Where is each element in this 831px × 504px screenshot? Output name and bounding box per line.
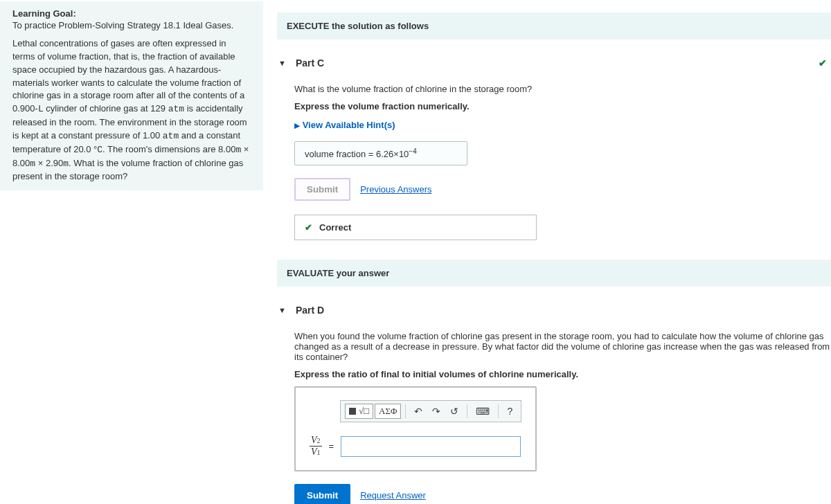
execute-header: EXECUTE the solution as follows — [277, 12, 831, 39]
redo-icon[interactable]: ↷ — [428, 404, 445, 419]
part-c-header[interactable]: ▼ Part C ✔ — [277, 52, 831, 74]
undo-icon[interactable]: ↶ — [410, 404, 427, 419]
part-d-question: When you found the volume fraction of ch… — [294, 331, 831, 362]
part-d-header[interactable]: ▼ Part D — [277, 299, 831, 321]
caret-down-icon: ▼ — [278, 59, 286, 67]
part-c-question: What is the volume fraction of chlorine … — [294, 84, 831, 94]
answer-exponent: −4 — [409, 147, 416, 155]
previous-answers-link[interactable]: Previous Answers — [360, 184, 431, 195]
request-answer-link[interactable]: Request Answer — [360, 490, 426, 501]
answer-input-panel: √□ ΑΣΦ ↶ ↷ ↺ ⌨ ? V2 V1 — [294, 386, 537, 471]
caret-down-icon: ▼ — [278, 306, 286, 314]
greek-button[interactable]: ΑΣΦ — [375, 404, 401, 419]
answer-input[interactable] — [341, 436, 521, 457]
part-d-instruction: Express the ratio of final to initial vo… — [294, 369, 831, 379]
answer-value: 6.26×10 — [376, 149, 409, 159]
part-d-label: Part D — [296, 305, 324, 316]
reset-icon[interactable]: ↺ — [446, 404, 463, 419]
learning-goal-title: Learning Goal: — [12, 8, 251, 19]
answer-display-box: volume fraction = 6.26×10−4 — [294, 141, 467, 165]
check-icon: ✔ — [819, 57, 827, 69]
feedback-text: Correct — [319, 222, 351, 233]
submit-button[interactable]: Submit — [294, 484, 350, 504]
part-c-label: Part C — [296, 57, 324, 69]
learning-goal-subtitle: To practice Problem-Solving Strategy 18.… — [12, 20, 251, 30]
help-icon[interactable]: ? — [503, 404, 517, 419]
equation-toolbar: √□ ΑΣΦ ↶ ↷ ↺ ⌨ ? — [340, 400, 521, 422]
main-content: EXECUTE the solution as follows ▼ Part C… — [265, 0, 831, 504]
submit-button: Submit — [294, 178, 350, 201]
view-hints-link[interactable]: View Available Hint(s) — [303, 120, 395, 130]
problem-statement: Lethal concentrations of gases are often… — [12, 37, 251, 183]
learning-goal-panel: Learning Goal: To practice Problem-Solvi… — [0, 1, 263, 190]
part-c-body: What is the volume fraction of chlorine … — [277, 74, 831, 247]
part-c-instruction: Express the volume fraction numerically. — [294, 101, 831, 111]
templates-button[interactable]: √□ — [345, 404, 373, 419]
feedback-box: ✔ Correct — [294, 215, 537, 240]
check-icon: ✔ — [305, 222, 312, 233]
part-d-body: When you found the volume fraction of ch… — [277, 321, 831, 504]
answer-prefix: volume fraction — [305, 149, 366, 159]
keyboard-icon[interactable]: ⌨ — [472, 404, 494, 419]
ratio-lhs: V2 V1 — [310, 435, 322, 458]
view-hints[interactable]: ▶ View Available Hint(s) — [294, 120, 831, 130]
evaluate-header: EVALUATE your answer — [277, 260, 831, 287]
equals-sign: = — [329, 441, 334, 451]
